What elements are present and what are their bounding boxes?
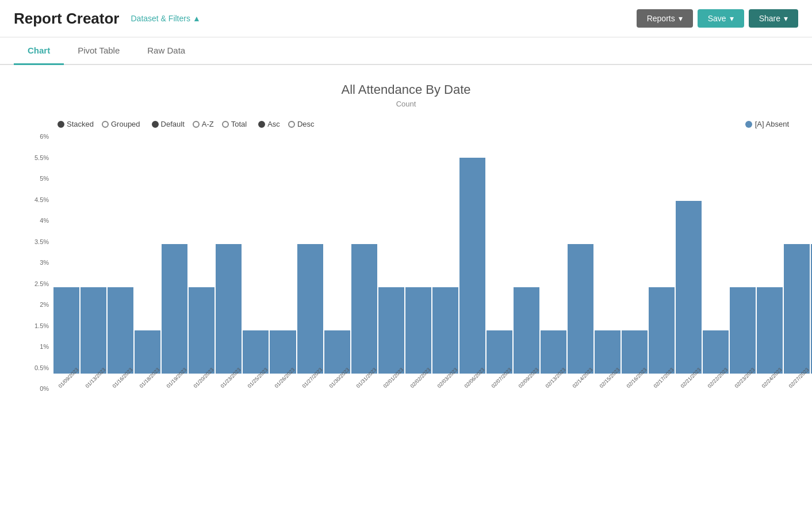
chevron-down-icon: ▾ xyxy=(784,14,788,23)
bar-group[interactable]: 01/26/2023 xyxy=(270,133,296,392)
bar-group[interactable]: 01/16/2023 xyxy=(108,133,133,392)
default-option[interactable]: Default xyxy=(152,120,185,128)
chart-subtitle: Count xyxy=(23,100,789,108)
grouped-radio xyxy=(102,121,109,128)
bar xyxy=(297,244,323,374)
stacked-option[interactable]: Stacked xyxy=(58,120,94,128)
sort-control: Default A-Z Total xyxy=(152,120,247,128)
tab-bar: Chart Pivot Table Raw Data xyxy=(0,37,812,65)
header-actions: Reports ▾ Save ▾ Share ▾ xyxy=(637,9,798,28)
bar-group[interactable]: 01/09/2023 xyxy=(53,133,79,392)
y-axis-label: 6% xyxy=(35,133,49,140)
bar xyxy=(730,287,756,374)
desc-option[interactable]: Desc xyxy=(288,120,315,128)
chevron-down-icon: ▾ xyxy=(679,14,683,23)
y-axis-label: 3% xyxy=(35,259,49,266)
stacked-radio xyxy=(58,121,64,128)
bar-group[interactable]: 01/20/2023 xyxy=(189,133,215,392)
desc-radio xyxy=(288,121,295,128)
bar-group[interactable]: 02/07/2023 xyxy=(487,133,512,392)
y-axis-label: 3.5% xyxy=(35,238,49,245)
bar xyxy=(784,244,810,374)
bar xyxy=(216,244,242,374)
chevron-down-icon: ▾ xyxy=(730,14,734,23)
bar-group[interactable]: 02/01/2023 xyxy=(378,133,404,392)
y-axis-label: 5.5% xyxy=(35,154,49,161)
y-axis-label: 4% xyxy=(35,217,49,224)
bar-group[interactable]: 02/17/2023 xyxy=(649,133,675,392)
bar xyxy=(649,287,675,374)
bar xyxy=(351,244,377,374)
chart-title: All Attendance By Date xyxy=(23,82,789,97)
stack-group-control: Stacked Grouped xyxy=(58,120,140,128)
bar-group[interactable]: 01/18/2023 xyxy=(135,133,160,392)
y-axis-label: 0% xyxy=(35,385,49,392)
bar-group[interactable]: 02/23/2023 xyxy=(730,133,756,392)
bar xyxy=(81,287,106,374)
legend-label: [A] Absent xyxy=(755,120,789,128)
bar-group[interactable]: 01/23/2023 xyxy=(216,133,242,392)
page-title: Report Creator xyxy=(14,10,119,28)
bar xyxy=(162,244,187,374)
bar-group[interactable]: 02/14/2023 xyxy=(568,133,593,392)
bar xyxy=(568,244,593,374)
y-axis-label: 4.5% xyxy=(35,196,49,203)
default-radio xyxy=(152,121,159,128)
share-button[interactable]: Share ▾ xyxy=(749,9,798,28)
bar xyxy=(108,287,133,374)
bar-group[interactable]: 02/06/2023 xyxy=(459,133,485,392)
bar-group[interactable]: 02/13/2023 xyxy=(541,133,566,392)
chart-area: 0%0.5%1%1.5%2%2.5%3%3.5%4%4.5%5%5.5%6% 0… xyxy=(35,133,789,409)
bar xyxy=(676,201,702,374)
bar-group[interactable]: 02/16/2023 xyxy=(622,133,648,392)
az-option[interactable]: A-Z xyxy=(193,120,214,128)
bar-group[interactable]: 02/24/2023 xyxy=(757,133,783,392)
bar xyxy=(459,158,485,374)
save-button[interactable]: Save ▾ xyxy=(698,9,744,28)
y-axis-label: 1.5% xyxy=(35,322,49,329)
bar-group[interactable]: 01/25/2023 xyxy=(243,133,269,392)
legend-color-dot xyxy=(745,121,752,128)
bar-group[interactable]: 01/27/2023 xyxy=(297,133,323,392)
bar-group[interactable]: 02/22/2023 xyxy=(703,133,729,392)
total-option[interactable]: Total xyxy=(222,120,247,128)
y-axis-label: 0.5% xyxy=(35,364,49,371)
header: Report Creator Dataset & Filters ▲ Repor… xyxy=(0,0,812,37)
y-axis-label: 5% xyxy=(35,175,49,182)
chevron-up-icon: ▲ xyxy=(193,14,201,23)
asc-radio xyxy=(258,121,265,128)
bar-group[interactable]: 01/13/2023 xyxy=(81,133,106,392)
bar xyxy=(757,287,783,374)
bar-group[interactable]: 01/30/2023 xyxy=(324,133,350,392)
chart-container: All Attendance By Date Count Stacked Gro… xyxy=(0,65,812,421)
y-axis: 0%0.5%1%1.5%2%2.5%3%3.5%4%4.5%5%5.5%6% xyxy=(35,133,53,409)
tab-pivot-table[interactable]: Pivot Table xyxy=(64,37,133,65)
reports-button[interactable]: Reports ▾ xyxy=(637,9,693,28)
bar-group[interactable]: 02/21/2023 xyxy=(676,133,702,392)
bar-group[interactable]: 02/27/2023 xyxy=(784,133,810,392)
bar-group[interactable]: 02/02/2023 xyxy=(405,133,431,392)
asc-option[interactable]: Asc xyxy=(258,120,280,128)
bar xyxy=(189,287,215,374)
bars-container: 01/09/202301/13/202301/16/202301/18/2023… xyxy=(53,133,812,409)
tab-raw-data[interactable]: Raw Data xyxy=(133,37,199,65)
dataset-filters-button[interactable]: Dataset & Filters ▲ xyxy=(131,14,200,23)
bar-group[interactable]: 02/15/2023 xyxy=(595,133,621,392)
az-radio xyxy=(193,121,200,128)
tab-chart[interactable]: Chart xyxy=(14,37,64,65)
bar-group[interactable]: 02/09/2023 xyxy=(514,133,539,392)
bar xyxy=(405,287,431,374)
bar xyxy=(514,287,539,374)
bar-group[interactable]: 01/19/2023 xyxy=(162,133,187,392)
bar xyxy=(53,287,79,374)
bar-group[interactable]: 02/03/2023 xyxy=(432,133,458,392)
total-radio xyxy=(222,121,229,128)
grouped-option[interactable]: Grouped xyxy=(102,120,140,128)
bar-group[interactable]: 01/31/2023 xyxy=(351,133,377,392)
dataset-filters-label: Dataset & Filters xyxy=(131,14,190,23)
y-axis-label: 2.5% xyxy=(35,280,49,287)
y-axis-label: 2% xyxy=(35,301,49,308)
chart-plot: 01/09/202301/13/202301/16/202301/18/2023… xyxy=(53,133,812,409)
bar xyxy=(378,287,404,374)
chart-controls: Stacked Grouped Default A-Z Total xyxy=(58,120,789,128)
